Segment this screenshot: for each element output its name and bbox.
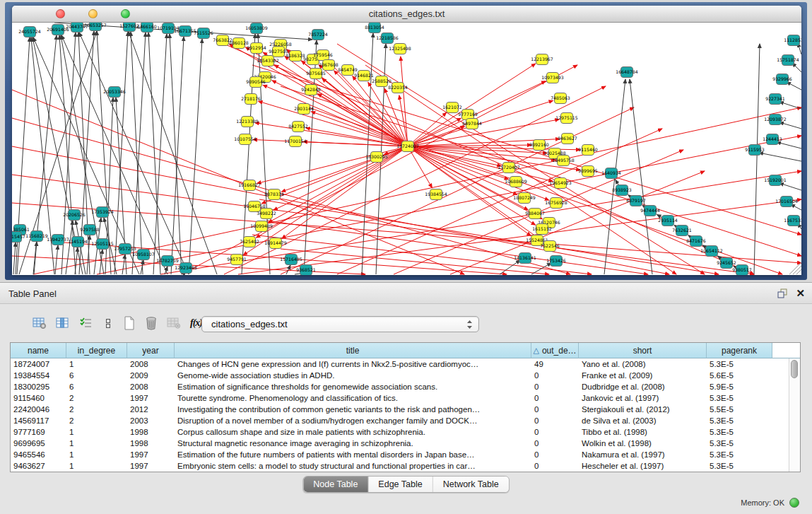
tab-network-table[interactable]: Network Table [433,477,509,492]
row-height-icon[interactable] [102,317,114,329]
graph-node-label: 9227341 [765,96,785,101]
table-row[interactable]: 911546021997Tourette syndrome. Phenomeno… [11,392,800,404]
table-cell: 5.3E-5 [707,394,772,402]
graph-node-label: 18495758 [552,158,575,163]
network-window: citations_edges.txt 18724007766382288601… [12,6,801,275]
table-row[interactable]: 969969511998Structural magnetic resonanc… [11,438,800,449]
table-cell: 0 [531,405,579,414]
column-header-out_de[interactable]: △out_de… [531,343,579,358]
float-panel-icon[interactable] [777,288,788,301]
graph-edge [793,266,801,274]
table-cell: Hescheler et al. (1997) [579,462,707,470]
network-canvas[interactable]: 1872400776638228860128891295425226058982… [12,23,801,275]
delete-trash-icon[interactable] [145,316,158,330]
table-cell: 1998 [127,428,175,436]
graph-edge [759,153,801,161]
table-cell: 5.3E-5 [707,416,772,425]
table-scrollbar[interactable] [789,358,800,472]
graph-node-label: 10973493 [541,75,564,80]
graph-node-label: 19654923 [549,180,572,185]
column-header-label: short [633,346,652,356]
graph-node-label: 12325498 [389,46,411,51]
node-table-body: 1872400712008Changes of HCN gene express… [11,358,800,472]
graph-node-label: 7857224 [308,32,328,37]
close-panel-icon[interactable]: ✕ [796,287,805,300]
table-cell: 2 [66,405,127,414]
table-cell: Estimation of significance thresholds fo… [175,382,531,391]
column-header-pagerank[interactable]: pagerank [707,343,772,358]
delete-table-icon[interactable] [167,317,181,329]
column-header-name[interactable]: name [11,343,66,358]
graph-node-label: 15751874 [777,57,799,62]
table-cell: 9777169 [11,428,66,436]
graph-node-label: 2935114 [658,218,678,223]
graph-node-label: 1640934 [601,170,621,175]
graph-node-label: 12213967 [531,57,553,62]
citation-graph: 1872400776638228860128891295425226058982… [12,23,801,275]
function-icon[interactable]: f(x) [190,317,202,329]
show-columns-icon[interactable] [56,317,70,329]
graph-node-label: 16648784 [616,69,638,74]
graph-node-label: 12975115 [555,115,578,120]
column-header-label: out_de… [542,346,577,356]
new-file-icon[interactable] [123,316,136,330]
graph-edge [131,32,143,274]
table-cell: 0 [531,382,579,391]
column-header-short[interactable]: short [579,343,707,358]
graph-node-label: 9146821 [354,73,374,78]
memory-ok-indicator-icon[interactable] [789,498,799,508]
graph-node-label: 7625402 [240,239,259,244]
graph-node-label: 1753426 [546,258,566,263]
graph-node-label: 9368521 [296,267,316,272]
table-panel-header: Table Panel ✕ [0,282,812,304]
column-header-in_degree[interactable]: in_degree [66,343,127,358]
tab-node-table[interactable]: Node Table [303,477,368,492]
table-cell: 1998 [127,439,175,448]
table-cell: 2 [66,394,127,402]
table-row[interactable]: 977716911998Corpus callosum shape and si… [11,426,800,438]
table-cell: 1997 [127,450,175,459]
table-row[interactable]: 1872400712008Changes of HCN gene express… [11,358,800,370]
graph-edge [531,263,551,274]
scrollbar-thumb[interactable] [791,360,798,378]
select-rows-icon[interactable] [79,317,93,329]
table-cell: 5.9E-5 [707,382,772,391]
graph-edge [34,242,37,274]
table-row[interactable]: 946554611997Estimation of the future num… [11,449,800,460]
graph-edge [55,245,58,274]
graph-edge [281,249,549,274]
network-window-titlebar[interactable]: citations_edges.txt [12,6,801,23]
graph-node-label: 8471676 [686,238,706,243]
graph-node-label: 1527602 [119,23,139,28]
table-row[interactable]: 1938455462009Genome-wide association stu… [11,370,800,381]
graph-node-label: 18724007 [396,144,419,148]
table-cell: 6 [66,371,127,380]
graph-node-label: 2718176 [241,96,261,101]
table-row[interactable]: 2242004622012Investigating the contribut… [11,404,800,415]
graph-node-label: 16053809 [245,25,268,30]
table-cell: Nakamura et al. (1997) [579,450,707,459]
graph-edge [122,255,125,274]
table-cell: Changes of HCN gene expression and I(f) … [175,360,531,368]
table-cell: 5.5E-5 [707,405,772,414]
graph-edge [408,64,536,146]
table-cell: Wolkin et al. (1998) [579,439,707,448]
table-row[interactable]: 946362711997Embryonic stem cells: a mode… [11,460,800,472]
node-table: namein_degreeyeartitle△out_de…shortpager… [10,342,801,472]
graph-node-label: 24055724 [18,29,41,34]
column-header-title[interactable]: title [175,343,531,358]
graph-node-label: 20206526 [63,212,86,217]
table-row[interactable]: 1456911722003Disruption of a novel membe… [11,415,800,426]
graph-node-label: 6497844 [462,121,482,126]
table-cell: 2003 [127,416,175,425]
table-settings-icon[interactable] [33,317,47,329]
table-row[interactable]: 1830029562008Estimation of significance … [11,381,800,392]
tab-edge-table[interactable]: Edge Table [368,477,433,492]
column-header-year[interactable]: year [127,343,175,358]
status-bar: Memory: OK [741,498,799,508]
graph-node-label: 9474444 [640,208,660,213]
table-cell: 0 [531,439,579,448]
graph-edge [777,142,801,148]
table-selector-dropdown[interactable]: citations_edges.txt [201,316,479,332]
graph-node-label: 10654112 [700,248,723,253]
